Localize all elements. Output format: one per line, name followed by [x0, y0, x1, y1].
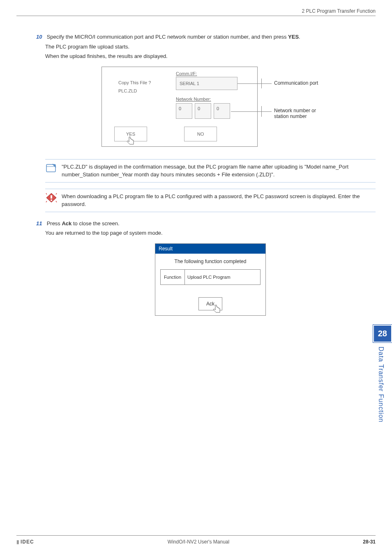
step-11: 11 Press Ack to close the screen. [45, 220, 376, 228]
function-label: Function [160, 269, 185, 285]
plc-zld-text: PLC.ZLD [118, 88, 137, 93]
result-message: The following function completed [160, 259, 261, 264]
chapter-tab: 28 Data Transfer Function [373, 325, 392, 427]
note-icon [45, 163, 58, 173]
step-11-text-a: Press [47, 220, 62, 227]
network-number-label: Network Number: [176, 97, 211, 102]
footer-logo: IDEC [16, 539, 34, 545]
note-warning: When downloading a PLC program file to a… [45, 189, 376, 212]
callout-comm-port: Communication port [274, 80, 318, 86]
comm-if-label: Comm.I/F: [176, 71, 197, 76]
callout-line [238, 83, 262, 84]
note-info: "PLC.ZLD" is displayed in the confirmati… [45, 159, 376, 183]
ack-button[interactable]: Ack [198, 297, 222, 310]
note-2-text: When downloading a PLC program file to a… [62, 192, 376, 208]
upload-dialog: Comm.I/F: Copy This File ? PLC.ZLD SERIA… [101, 67, 319, 149]
step-11-text-c: to close the screen. [71, 220, 119, 227]
step-10-number: 10 [36, 33, 45, 41]
svg-point-3 [51, 199, 52, 201]
step-10: 10 Specify the MICRO/I communication por… [45, 33, 376, 41]
pointer-icon [127, 136, 135, 147]
step-10-text-c: . [299, 34, 300, 40]
result-dialog: Result The following function completed … [155, 243, 266, 316]
step-10-yes: YES [288, 34, 299, 40]
chapter-label: Data Transfer Function [373, 342, 389, 427]
copy-this-file-text: Copy This File ? [118, 80, 151, 85]
callout-line [261, 111, 272, 112]
result-title: Result [155, 244, 265, 254]
network-digit-2[interactable]: 0 [195, 103, 211, 119]
chapter-number: 28 [373, 325, 392, 342]
no-button[interactable]: NO [184, 127, 217, 141]
network-digit-1[interactable]: 0 [176, 103, 192, 119]
svg-rect-2 [51, 195, 52, 199]
callout-line [261, 83, 272, 84]
header-section: 2 PLC Program Transfer Function [302, 8, 376, 14]
serial-select[interactable]: SERIAL 1 [176, 77, 238, 90]
page-footer: IDEC WindO/I-NV2 User's Manual 28-31 [16, 535, 376, 545]
pointer-icon [213, 304, 221, 315]
svg-point-1 [54, 164, 55, 166]
step-11-line2: You are returned to the top page of syst… [45, 229, 376, 237]
network-digit-3[interactable]: 0 [214, 103, 230, 119]
warning-icon [45, 192, 58, 203]
footer-page-number: 28-31 [363, 539, 376, 545]
step-11-number: 11 [36, 220, 45, 228]
function-value: Upload PLC Program [185, 269, 261, 285]
step-10-text-a: Specify the MICRO/I communication port a… [47, 34, 288, 40]
step-10-line2: The PLC program file upload starts. [45, 43, 376, 51]
note-1-text: "PLC.ZLD" is displayed in the confirmati… [62, 163, 376, 179]
callout-line [231, 111, 262, 112]
step-10-line3: When the upload finishes, the results ar… [45, 52, 376, 60]
step-11-ack: Ack [62, 220, 71, 227]
header-divider [16, 16, 376, 16]
footer-manual-title: WindO/I-NV2 User's Manual [168, 539, 229, 545]
callout-network: Network number orstation number [274, 108, 316, 119]
